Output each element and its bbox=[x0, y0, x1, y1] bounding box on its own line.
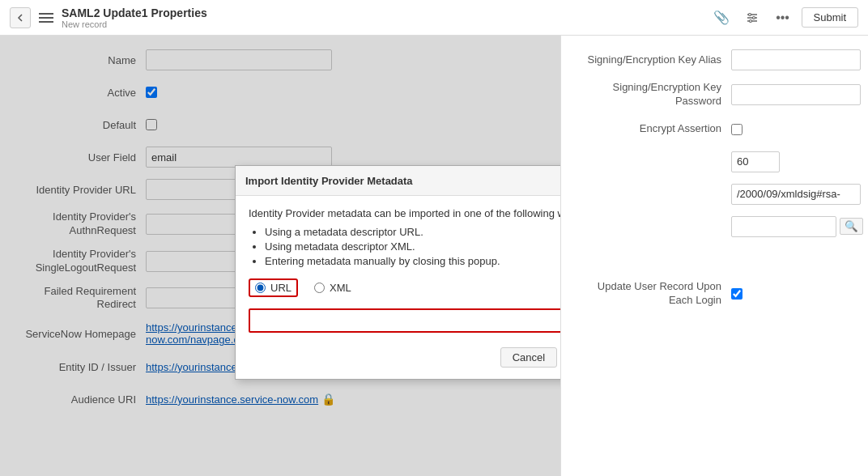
right-panel: Signing/Encryption Key Alias Signing/Enc… bbox=[560, 36, 868, 476]
svg-point-4 bbox=[752, 16, 755, 19]
search-field-input[interactable] bbox=[731, 216, 836, 237]
dialog-list-item-3: Entering metadata manually by closing th… bbox=[265, 255, 560, 267]
header-right: 📎 ••• Submit bbox=[709, 6, 858, 30]
dialog-header: Import Identity Provider Metadata ✕ bbox=[236, 166, 560, 196]
key-alias-input[interactable] bbox=[731, 49, 861, 70]
number-input[interactable] bbox=[731, 151, 780, 172]
xmldsig-input[interactable] bbox=[731, 184, 861, 205]
key-alias-row: Signing/Encryption Key Alias bbox=[577, 49, 852, 71]
paperclip-icon[interactable]: 📎 bbox=[709, 6, 734, 30]
url-input[interactable] bbox=[249, 308, 560, 333]
encrypt-checkbox-wrap bbox=[731, 124, 742, 135]
form-area: Name Active Default User Field bbox=[0, 36, 560, 476]
encrypt-checkbox[interactable] bbox=[731, 124, 742, 135]
number-row bbox=[577, 151, 852, 173]
app-header: SAML2 Update1 Properties New record 📎 ••… bbox=[0, 0, 868, 36]
more-options-icon[interactable]: ••• bbox=[771, 6, 795, 30]
xml-radio[interactable] bbox=[314, 283, 325, 293]
main-content: Name Active Default User Field bbox=[0, 36, 868, 476]
dialog-body: Identity Provider metadata can be import… bbox=[236, 196, 560, 379]
xml-radio-option[interactable]: XML bbox=[314, 282, 351, 294]
dialog-list-item-2: Using metadata descriptor XML. bbox=[265, 240, 560, 253]
svg-point-5 bbox=[749, 19, 751, 22]
key-password-input[interactable] bbox=[731, 84, 861, 105]
url-radio-box: URL bbox=[249, 278, 298, 297]
svg-point-3 bbox=[748, 13, 751, 15]
import-metadata-dialog: Import Identity Provider Metadata ✕ Iden… bbox=[235, 165, 560, 380]
update-user-checkbox-wrap bbox=[731, 288, 742, 300]
encrypt-row: Encrypt Assertion bbox=[577, 118, 852, 141]
update-user-checkbox[interactable] bbox=[731, 288, 742, 300]
search-button[interactable]: 🔍 bbox=[840, 218, 863, 235]
dialog-description: Identity Provider metadata can be import… bbox=[249, 207, 560, 219]
settings-sliders-icon[interactable] bbox=[740, 6, 764, 30]
header-title: SAML2 Update1 Properties New record bbox=[62, 6, 207, 29]
xml-radio-label: XML bbox=[330, 282, 351, 294]
dialog-list: Using a metadata descriptor URL. Using m… bbox=[265, 226, 560, 267]
url-radio-option[interactable]: URL bbox=[255, 282, 291, 294]
dialog-title: Import Identity Provider Metadata bbox=[245, 175, 413, 187]
update-user-row: Update User Record Upon Each Login bbox=[577, 280, 852, 308]
hamburger-menu[interactable] bbox=[39, 13, 53, 23]
header-left: SAML2 Update1 Properties New record bbox=[10, 6, 207, 29]
page-subtitle: New record bbox=[62, 19, 207, 29]
submit-button[interactable]: Submit bbox=[802, 7, 858, 28]
search-field-group: 🔍 bbox=[731, 216, 863, 237]
url-radio-label: URL bbox=[270, 282, 291, 294]
radio-group: URL XML bbox=[249, 278, 560, 297]
key-password-label: Signing/Encryption Key Password bbox=[577, 81, 731, 108]
dialog-overlay: Import Identity Provider Metadata ✕ Iden… bbox=[0, 36, 560, 476]
cancel-button[interactable]: Cancel bbox=[500, 347, 557, 368]
back-button[interactable] bbox=[10, 7, 31, 28]
xmldsig-row bbox=[577, 183, 852, 206]
page-title: SAML2 Update1 Properties bbox=[62, 6, 207, 19]
encrypt-label: Encrypt Assertion bbox=[577, 122, 731, 136]
dialog-footer: Cancel Import bbox=[249, 344, 560, 368]
update-user-label: Update User Record Upon Each Login bbox=[577, 280, 731, 308]
search-row: 🔍 bbox=[577, 215, 852, 238]
dialog-list-item-1: Using a metadata descriptor URL. bbox=[265, 226, 560, 238]
key-alias-label: Signing/Encryption Key Alias bbox=[577, 53, 731, 67]
key-password-row: Signing/Encryption Key Password bbox=[577, 81, 852, 108]
url-radio[interactable] bbox=[255, 283, 266, 293]
